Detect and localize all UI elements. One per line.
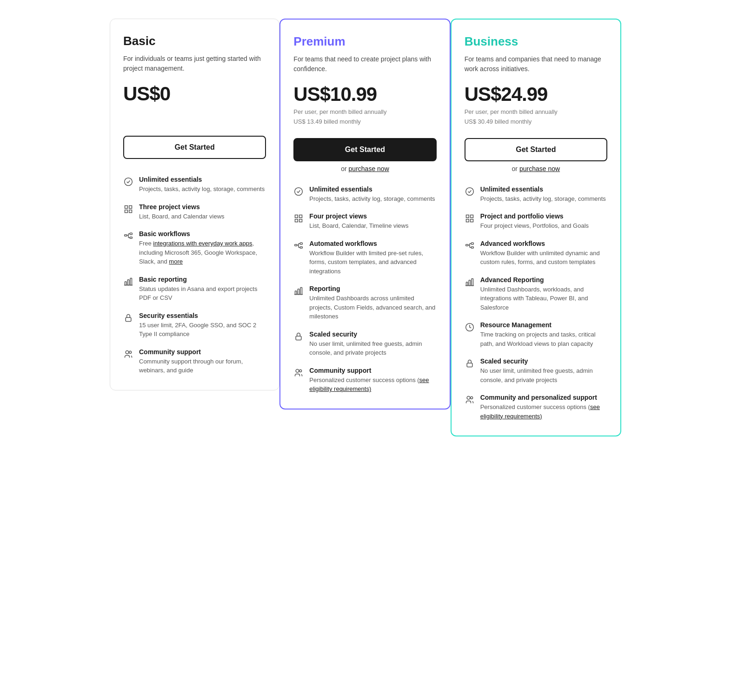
feature-title: Resource Management (480, 321, 607, 329)
feature-content: Unlimited essentials Projects, tasks, ac… (480, 185, 606, 204)
feature-desc: Free integrations with everyday work app… (139, 239, 266, 266)
plan-description-premium: For teams that need to create project pl… (293, 54, 436, 74)
feature-desc: List, Board, and Calendar views (139, 212, 225, 221)
pricing-container: Basic For individuals or teams just gett… (110, 19, 621, 436)
svg-rect-39 (466, 215, 469, 218)
feature-desc: Workflow Builder with limited pre-set ru… (309, 249, 436, 276)
purchase-now-link[interactable]: purchase now (519, 165, 560, 172)
workflow-icon (293, 241, 304, 251)
features-list-premium: Unlimited essentials Projects, tasks, ac… (293, 185, 436, 394)
feature-desc: 15 user limit, 2FA, Google SSO, and SOC … (139, 321, 266, 339)
svg-rect-45 (471, 246, 473, 248)
check-circle-icon (465, 186, 475, 197)
feature-desc: Community support through our forum, web… (139, 357, 266, 375)
svg-point-38 (465, 187, 473, 195)
eligibility-link[interactable]: see eligibility requirements) (480, 403, 600, 420)
svg-rect-6 (130, 233, 132, 234)
feature-content: Community support Personalized customer … (309, 367, 436, 394)
feature-desc: Personalized customer success options (s… (309, 376, 436, 394)
feature-desc: Personalized customer success options (s… (480, 403, 607, 421)
svg-rect-22 (295, 219, 298, 222)
check-circle-icon (123, 177, 133, 187)
feature-item: Three project views List, Board, and Cal… (123, 203, 266, 221)
feature-item: Resource Management Time tracking on pro… (465, 321, 607, 348)
feature-content: Project and portfolio views Four project… (480, 212, 589, 231)
feature-content: Three project views List, Board, and Cal… (139, 203, 225, 221)
svg-point-17 (126, 350, 129, 354)
feature-item: Security essentials 15 user limit, 2FA, … (123, 312, 266, 339)
plan-card-basic: Basic For individuals or teams just gett… (110, 19, 279, 390)
chart-icon (123, 277, 133, 287)
feature-desc: Time tracking on projects and tasks, cri… (480, 330, 607, 348)
feature-content: Scaled security No user limit, unlimited… (480, 357, 607, 384)
grid-icon (123, 204, 133, 214)
svg-point-57 (470, 396, 472, 399)
feature-item: Basic reporting Status updates in Asana … (123, 276, 266, 303)
svg-point-18 (129, 351, 132, 353)
feature-title: Automated workflows (309, 240, 436, 247)
svg-point-0 (125, 178, 133, 186)
plan-title-business: Business (465, 34, 607, 49)
get-started-button-basic[interactable]: Get Started (123, 136, 266, 159)
feature-content: Four project views List, Board, Calendar… (309, 212, 408, 231)
svg-rect-5 (125, 235, 127, 236)
integrations-link[interactable]: integrations with everyday work apps (153, 240, 252, 247)
feature-item: Scaled security No user limit, unlimited… (465, 357, 607, 384)
purchase-link: or purchase now (293, 165, 436, 172)
users-icon (123, 349, 133, 359)
feature-title: Reporting (309, 285, 436, 292)
feature-item: Basic workflows Free integrations with e… (123, 230, 266, 266)
svg-rect-40 (470, 215, 473, 218)
feature-desc: Status updates in Asana and export proje… (139, 284, 266, 303)
svg-rect-2 (129, 205, 132, 208)
feature-item: Community and personalized support Perso… (465, 394, 607, 421)
feature-content: Community and personalized support Perso… (480, 394, 607, 421)
feature-content: Advanced workflows Workflow Builder with… (480, 240, 607, 267)
feature-content: Basic workflows Free integrations with e… (139, 230, 266, 266)
svg-rect-51 (469, 280, 470, 285)
feature-item: Four project views List, Board, Calendar… (293, 212, 436, 231)
grid-icon (293, 213, 304, 224)
feature-title: Basic reporting (139, 276, 266, 283)
svg-point-37 (299, 370, 302, 372)
get-started-button-business[interactable]: Get Started (465, 138, 607, 161)
svg-rect-12 (125, 282, 126, 285)
feature-title: Scaled security (480, 357, 607, 365)
feature-content: Scaled security No user limit, unlimited… (309, 330, 436, 357)
feature-desc: Projects, tasks, activity log, storage, … (309, 194, 435, 204)
feature-content: Advanced Reporting Unlimited Dashboards,… (480, 276, 607, 312)
feature-item: Automated workflows Workflow Builder wit… (293, 240, 436, 276)
svg-point-56 (467, 396, 470, 400)
feature-item: Advanced workflows Workflow Builder with… (465, 240, 607, 267)
feature-item: Scaled security No user limit, unlimited… (293, 330, 436, 357)
get-started-button-premium[interactable]: Get Started (293, 138, 436, 161)
plan-title-premium: Premium (293, 34, 436, 49)
svg-rect-35 (296, 336, 301, 340)
feature-desc: List, Board, Calendar, Timeline views (309, 221, 408, 231)
feature-title: Three project views (139, 203, 225, 211)
feature-item: Unlimited essentials Projects, tasks, ac… (123, 176, 266, 194)
feature-content: Basic reporting Status updates in Asana … (139, 276, 266, 303)
purchase-link: or purchase now (465, 165, 607, 172)
svg-rect-21 (299, 215, 302, 218)
feature-title: Community and personalized support (480, 394, 607, 401)
feature-desc: No user limit, unlimited free guests, ad… (309, 339, 436, 357)
svg-point-36 (296, 369, 299, 372)
purchase-now-link[interactable]: purchase now (349, 165, 389, 172)
feature-content: Unlimited essentials Projects, tasks, ac… (309, 185, 435, 204)
feature-title: Unlimited essentials (309, 185, 435, 193)
workflow-icon (123, 231, 133, 241)
more-link[interactable]: more (169, 258, 183, 265)
lock-icon (465, 358, 475, 369)
plan-description-business: For teams and companies that need to man… (465, 54, 607, 74)
svg-rect-26 (300, 246, 303, 248)
svg-rect-7 (130, 237, 132, 238)
svg-rect-20 (295, 215, 298, 218)
users-icon (465, 395, 475, 405)
svg-rect-1 (125, 205, 128, 208)
feature-title: Scaled security (309, 330, 436, 338)
eligibility-link[interactable]: see eligibility requirements) (309, 376, 429, 393)
feature-item: Unlimited essentials Projects, tasks, ac… (293, 185, 436, 204)
features-list-business: Unlimited essentials Projects, tasks, ac… (465, 185, 607, 421)
svg-rect-23 (299, 219, 302, 222)
